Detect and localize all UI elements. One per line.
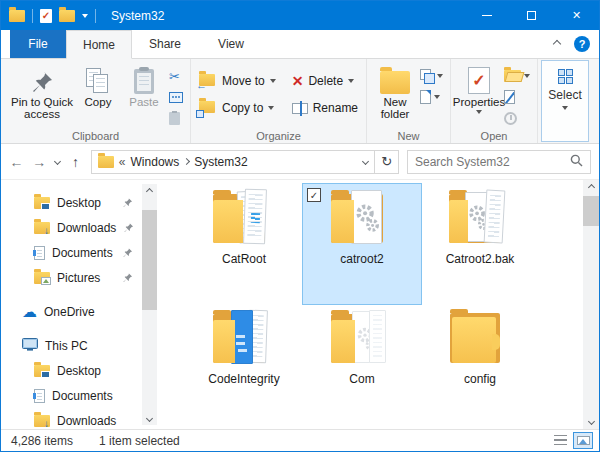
- search-input[interactable]: [415, 155, 570, 169]
- rename-icon: [292, 103, 308, 114]
- refresh-button[interactable]: ↻: [374, 150, 399, 174]
- view-switcher: [550, 432, 593, 449]
- maximize-button[interactable]: [509, 1, 554, 30]
- minimize-button[interactable]: [464, 1, 509, 30]
- ribbon-right-controls: ?: [554, 30, 599, 58]
- scissors-icon: ✂: [169, 70, 180, 83]
- folder-tile-codeintegrity[interactable]: CodeIntegrity: [185, 304, 303, 424]
- tab-share[interactable]: Share: [132, 30, 198, 58]
- tab-view[interactable]: View: [198, 30, 264, 58]
- scroll-down-icon[interactable]: [147, 411, 152, 425]
- scrollbar-thumb[interactable]: [583, 196, 599, 226]
- pushpin-icon: [30, 66, 54, 94]
- breadcrumb-system32[interactable]: System32: [194, 155, 247, 169]
- delete-caret-icon: [348, 79, 354, 83]
- close-button[interactable]: ✕: [554, 1, 599, 30]
- sidebar-item-documents[interactable]: Documents: [1, 240, 159, 265]
- breadcrumb-collapse[interactable]: «: [119, 155, 126, 169]
- tab-file[interactable]: File: [10, 30, 66, 58]
- new-folder-button[interactable]: New folder: [372, 62, 418, 120]
- copy-to-caret-icon: [268, 106, 274, 110]
- help-button[interactable]: ?: [574, 36, 590, 52]
- qat-new-folder-icon[interactable]: [59, 10, 75, 22]
- copy-path-button[interactable]: [169, 89, 183, 105]
- files-scrollbar[interactable]: [583, 180, 599, 429]
- thumbnails-view-button[interactable]: [573, 432, 593, 449]
- pin-icon[interactable]: [122, 272, 133, 283]
- edit-button[interactable]: [504, 89, 530, 105]
- copy-button[interactable]: Copy: [75, 62, 121, 108]
- folder-tile-catroot2[interactable]: ✓ catroot2: [303, 184, 421, 304]
- sidebar-item-pc-documents[interactable]: Documents: [1, 383, 159, 408]
- folder-tile-catroot[interactable]: CatRoot: [185, 184, 303, 304]
- up-button[interactable]: ↑: [64, 150, 87, 174]
- group-label-organize: Organize: [191, 130, 366, 142]
- recent-locations-button[interactable]: [51, 150, 64, 174]
- scroll-up-icon[interactable]: [583, 180, 599, 195]
- sidebar-item-onedrive[interactable]: ☁ OneDrive: [1, 299, 159, 324]
- select-button[interactable]: Select: [541, 60, 589, 142]
- rename-button[interactable]: Rename: [289, 98, 361, 118]
- easy-access-button[interactable]: [420, 89, 443, 105]
- sidebar-item-pictures[interactable]: Pictures: [1, 265, 159, 290]
- properties-button[interactable]: ✓ Properties: [456, 62, 502, 114]
- sidebar-item-downloads[interactable]: ↓ Downloads: [1, 215, 159, 240]
- minimize-ribbon-icon[interactable]: [553, 40, 561, 48]
- scroll-up-icon[interactable]: [147, 184, 152, 198]
- folder-tile-com[interactable]: Com: [303, 304, 421, 424]
- main-area: Desktop ↓ Downloads Documents Pictures ☁: [1, 180, 599, 429]
- pin-icon[interactable]: [122, 247, 133, 258]
- paste-shortcut-button[interactable]: [169, 110, 183, 126]
- pin-icon[interactable]: [122, 197, 133, 208]
- folder-tile-catroot2-bak[interactable]: Catroot2.bak: [421, 184, 539, 304]
- pin-to-quick-access-button[interactable]: Pin to Quick access: [9, 62, 75, 120]
- open-button[interactable]: [504, 68, 530, 84]
- clipboard-small-buttons: ✂: [169, 68, 183, 126]
- breadcrumb-separator-icon[interactable]: [183, 158, 190, 165]
- cut-button[interactable]: ✂: [169, 68, 183, 84]
- qat-customize-caret-icon[interactable]: [82, 14, 88, 18]
- ribbon-group-select: Select: [538, 59, 592, 143]
- folder-name: Com: [349, 372, 374, 386]
- move-to-button[interactable]: ← Move to: [196, 71, 279, 91]
- new-item-button[interactable]: [420, 68, 443, 84]
- selection-checkbox[interactable]: ✓: [307, 188, 321, 202]
- easy-access-icon: [420, 90, 431, 104]
- copy-to-icon: [199, 101, 217, 115]
- open-caret-icon: [524, 74, 530, 78]
- sidebar-item-pc-downloads[interactable]: ↓ Downloads: [1, 408, 159, 433]
- breadcrumb-windows[interactable]: Windows: [131, 155, 180, 169]
- new-folder-icon: [380, 66, 410, 94]
- address-dropdown-icon[interactable]: [362, 158, 369, 165]
- scrollbar-thumb[interactable]: [142, 210, 157, 310]
- qat-properties-icon[interactable]: ✓: [40, 9, 52, 23]
- sidebar-item-pc-desktop[interactable]: Desktop: [1, 358, 159, 383]
- sidebar-item-this-pc[interactable]: This PC: [1, 333, 159, 358]
- paste-icon: [134, 66, 154, 94]
- details-view-button[interactable]: [550, 432, 570, 449]
- ribbon-tab-row: File Home Share View ?: [1, 30, 599, 58]
- folder-icon: [322, 187, 402, 249]
- edit-icon: [504, 90, 515, 104]
- pin-icon[interactable]: [123, 222, 134, 233]
- folder-icon: [204, 187, 284, 249]
- back-button[interactable]: ←: [5, 150, 28, 174]
- sidebar-scrollbar[interactable]: [142, 184, 157, 425]
- forward-button[interactable]: →: [28, 150, 51, 174]
- address-box[interactable]: « Windows System32: [91, 150, 375, 174]
- folder-tile-config[interactable]: config: [421, 304, 539, 424]
- downloads-folder-icon: ↓: [34, 415, 50, 427]
- tab-home[interactable]: Home: [66, 30, 132, 59]
- scroll-down-icon[interactable]: [583, 414, 599, 429]
- window-title: System32: [111, 9, 164, 23]
- desktop-folder-icon: [34, 365, 50, 377]
- system-menu-folder-icon[interactable]: [9, 10, 25, 22]
- onedrive-cloud-icon: ☁: [22, 304, 37, 319]
- history-button[interactable]: [504, 110, 530, 126]
- paste-button[interactable]: Paste: [121, 62, 167, 108]
- sidebar-item-desktop[interactable]: Desktop: [1, 190, 159, 215]
- move-to-icon: ←: [199, 74, 217, 88]
- copy-to-button[interactable]: Copy to: [196, 98, 279, 118]
- search-box[interactable]: [407, 150, 591, 174]
- delete-button[interactable]: ✕ Delete: [289, 71, 361, 91]
